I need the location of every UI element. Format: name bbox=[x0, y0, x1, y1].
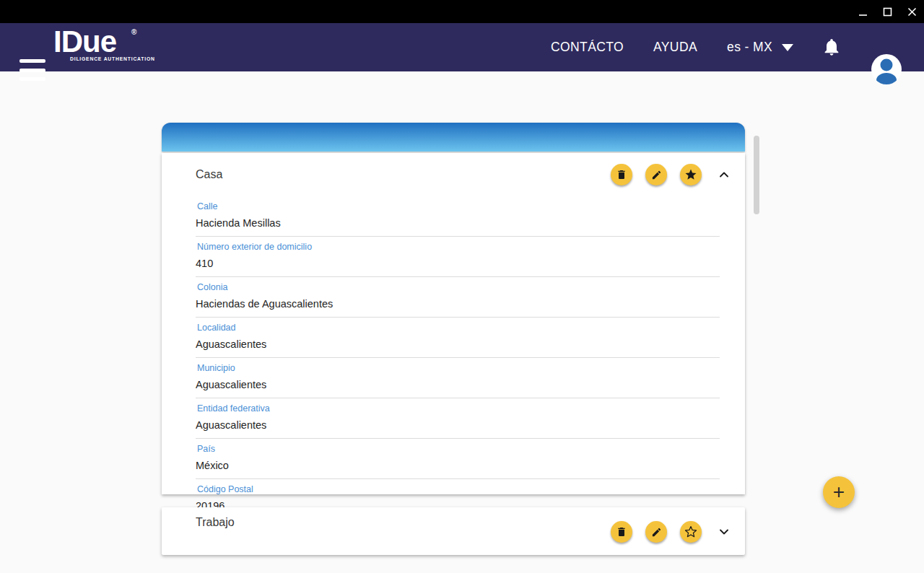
registered-mark: ® bbox=[131, 28, 136, 36]
field-label: País bbox=[197, 444, 720, 454]
field-value: 410 bbox=[196, 258, 720, 269]
nav-link-ayuda[interactable]: AYUDA bbox=[653, 23, 697, 71]
delete-button[interactable] bbox=[611, 164, 632, 185]
field-label: Municipio bbox=[197, 363, 720, 373]
trash-icon bbox=[616, 526, 627, 538]
window-titlebar bbox=[0, 0, 924, 23]
field-value: Aguascalientes bbox=[196, 379, 720, 390]
trash-icon bbox=[616, 169, 627, 180]
collapse-button[interactable] bbox=[715, 165, 733, 184]
field-value: México bbox=[196, 460, 720, 471]
add-address-button[interactable]: + bbox=[823, 476, 855, 508]
field-value: Aguascalientes bbox=[196, 419, 720, 431]
edit-button[interactable] bbox=[645, 164, 667, 185]
field-row-colonia[interactable]: Colonia Haciendas de Aguascalientes bbox=[196, 277, 720, 318]
casa-card-title: Casa bbox=[196, 168, 222, 181]
logo-tagline: DILIGENCE AUTHENTICATION bbox=[70, 56, 155, 61]
field-row-municipio[interactable]: Municipio Aguascalientes bbox=[196, 358, 720, 398]
navbar: IDue ® DILIGENCE AUTHENTICATION CONTÁCTO… bbox=[0, 23, 924, 71]
field-value: Haciendas de Aguascalientes bbox=[196, 298, 720, 310]
trabajo-card: Trabajo bbox=[162, 507, 745, 555]
field-label: Calle bbox=[197, 201, 720, 211]
hamburger-icon bbox=[19, 59, 45, 63]
avatar-icon bbox=[871, 54, 902, 84]
favorite-button-inactive[interactable] bbox=[680, 521, 702, 543]
star-filled-icon bbox=[684, 168, 697, 181]
field-row-pais[interactable]: País México bbox=[196, 439, 720, 479]
pencil-icon bbox=[651, 527, 662, 538]
app-logo[interactable]: IDue ® DILIGENCE AUTHENTICATION bbox=[53, 27, 147, 68]
field-label: Número exterior de domicilio bbox=[197, 242, 720, 252]
edit-button[interactable] bbox=[645, 521, 667, 543]
field-row-entidad-federativa[interactable]: Entidad federativa Aguascalientes bbox=[196, 398, 720, 439]
star-outline-icon bbox=[684, 525, 697, 538]
scrollbar-thumb[interactable] bbox=[754, 136, 759, 214]
favorite-button-active[interactable] bbox=[680, 164, 702, 185]
chevron-up-icon bbox=[717, 167, 731, 182]
field-row-localidad[interactable]: Localidad Aguascalientes bbox=[196, 318, 720, 358]
casa-card-header: Casa bbox=[196, 162, 733, 188]
trabajo-card-title: Trabajo bbox=[196, 516, 235, 529]
minimize-icon bbox=[858, 7, 868, 17]
expand-button[interactable] bbox=[715, 522, 733, 541]
maximize-icon bbox=[883, 7, 892, 17]
field-label: Colonia bbox=[197, 282, 720, 292]
field-row-numero-exterior[interactable]: Número exterior de domicilio 410 bbox=[196, 237, 720, 277]
notifications-button[interactable] bbox=[821, 37, 842, 57]
field-row-calle[interactable]: Calle Hacienda Mesillas bbox=[196, 196, 720, 237]
chevron-down-icon bbox=[717, 525, 731, 539]
window-maximize-button[interactable] bbox=[875, 0, 899, 23]
field-label: Localidad bbox=[197, 323, 720, 333]
language-selector-label: es - MX bbox=[727, 40, 772, 55]
window-minimize-button[interactable] bbox=[850, 0, 875, 23]
field-value: Aguascalientes bbox=[196, 338, 720, 350]
casa-card-gradient-header bbox=[162, 123, 745, 152]
close-icon bbox=[907, 7, 917, 17]
bell-icon bbox=[821, 37, 842, 57]
casa-fields-list: Calle Hacienda Mesillas Número exterior … bbox=[196, 196, 720, 520]
caret-down-icon bbox=[782, 44, 793, 51]
casa-card: Casa bbox=[162, 153, 745, 494]
delete-button[interactable] bbox=[611, 521, 632, 543]
menu-button[interactable] bbox=[19, 59, 45, 81]
field-label: Entidad federativa bbox=[197, 403, 720, 414]
pencil-icon bbox=[651, 170, 662, 180]
field-label: Código Postal bbox=[197, 484, 720, 494]
language-selector[interactable]: es - MX bbox=[727, 23, 793, 71]
user-avatar[interactable] bbox=[871, 54, 902, 84]
field-value: Hacienda Mesillas bbox=[196, 217, 720, 229]
nav-link-contacto[interactable]: CONTÁCTO bbox=[551, 23, 624, 71]
window-close-button[interactable] bbox=[899, 0, 924, 23]
